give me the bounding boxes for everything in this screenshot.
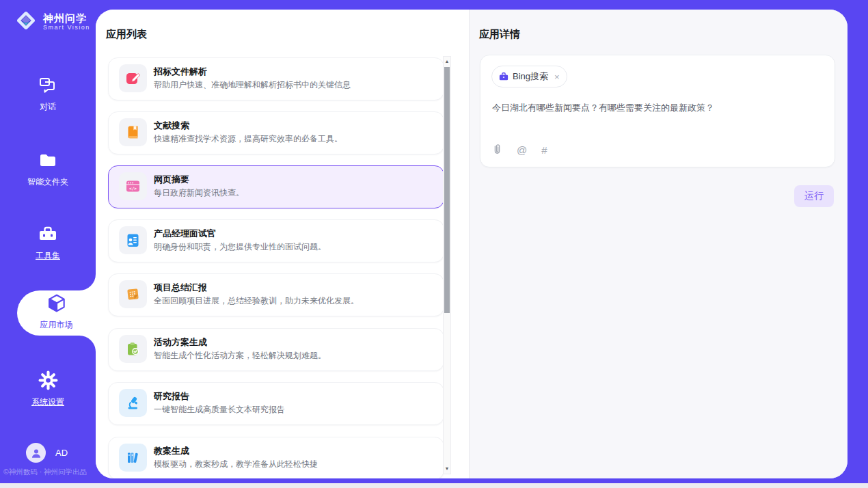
cube-icon <box>46 293 68 317</box>
list-scrollbar[interactable]: ▲ ▼ <box>443 56 451 474</box>
sidebar-item-label: 对话 <box>40 101 56 113</box>
run-button[interactable]: 运行 <box>794 185 834 207</box>
user-account[interactable]: AD <box>26 443 68 463</box>
book-icon <box>119 118 147 146</box>
app-title: 活动方案生成 <box>154 336 207 349</box>
tool-tag-label: Bing搜索 <box>513 70 548 83</box>
books-icon <box>119 444 147 472</box>
app-desc: 智能生成个性化活动方案，轻松解决规划难题。 <box>154 350 326 362</box>
sidebar-item-label: 系统设置 <box>31 396 64 408</box>
paperclip-icon[interactable] <box>492 144 502 157</box>
briefcase-icon <box>499 72 508 81</box>
app-title: 研究报告 <box>154 390 189 403</box>
app-desc: 快速精准查找学术资源，提高研究效率的必备工具。 <box>154 133 342 145</box>
app-card-pm-interviewer[interactable]: 产品经理面试官 明确身份和职责，为您提供专业性的面试问题。 <box>108 219 444 262</box>
folder-icon <box>38 150 58 174</box>
mention-icon[interactable]: @ <box>517 145 527 156</box>
app-list-panel: 应用列表 招标文件解析 帮助用户快速、准确地理解和解析招标书中的关键信息 <box>96 10 469 478</box>
sidebar-item-label: 智能文件夹 <box>27 176 68 188</box>
sidebar-item-app-market[interactable]: 应用市场 <box>17 293 96 331</box>
clipboard-check-icon <box>119 335 147 363</box>
sidebar-item-chat[interactable]: 对话 <box>0 75 96 113</box>
scroll-down-arrow-icon[interactable]: ▼ <box>444 464 450 474</box>
app-title: 文献搜索 <box>154 120 189 132</box>
hash-icon[interactable]: # <box>541 145 547 156</box>
app-card-lesson-plan[interactable]: 教案生成 模板驱动，教案秒成，教学准备从此轻松快捷 <box>108 437 444 478</box>
sidebar-item-smart-folder[interactable]: 智能文件夹 <box>0 150 96 188</box>
pen-square-icon <box>119 64 147 92</box>
sidebar-item-label: 工具集 <box>36 250 60 262</box>
chat-icon <box>38 75 58 98</box>
sidebar-item-toolbox[interactable]: 工具集 <box>0 224 96 262</box>
brand-text: 神州问学 Smart Vision <box>43 12 90 31</box>
sidebar: 神州问学 Smart Vision 对话 智能文件夹 <box>0 0 96 483</box>
prompt-input[interactable]: 今日湖北有哪些新闻要点？有哪些需要关注的最新政策？ <box>492 102 824 114</box>
app-desc: 一键智能生成高质量长文本研究报告 <box>154 404 285 416</box>
app-card-event-plan[interactable]: 活动方案生成 智能生成个性化活动方案，轻松解决规划难题。 <box>108 328 444 371</box>
person-icon <box>30 447 42 459</box>
nav-pill-notch-bottom <box>79 336 96 352</box>
app-title: 项目总结汇报 <box>154 282 207 294</box>
scroll-up-arrow-icon[interactable]: ▲ <box>444 57 450 66</box>
prompt-toolbar: @ # <box>492 144 547 157</box>
tag-close-icon[interactable]: × <box>554 72 560 82</box>
app-title: 网页摘要 <box>154 174 189 186</box>
app-card-bid-doc-parse[interactable]: 招标文件解析 帮助用户快速、准确地理解和解析招标书中的关键信息 <box>108 57 444 100</box>
app-list-title: 应用列表 <box>106 28 147 41</box>
app-title: 招标文件解析 <box>154 66 207 78</box>
brand-logo: 神州问学 Smart Vision <box>14 8 90 36</box>
app-card-project-summary[interactable]: 项目总结汇报 全面回顾项目进展，总结经验教训，助力未来优化发展。 <box>108 273 444 316</box>
svg-text:</>: </> <box>129 186 137 191</box>
app-desc: 全面回顾项目进展，总结经验教训，助力未来优化发展。 <box>154 295 359 307</box>
app-card-literature-search[interactable]: 文献搜索 快速精准查找学术资源，提高研究效率的必备工具。 <box>108 111 444 154</box>
sidebar-item-label: 应用市场 <box>40 319 73 331</box>
app-window: 神州问学 Smart Vision 对话 智能文件夹 <box>0 0 868 488</box>
prompt-card: Bing搜索 × 今日湖北有哪些新闻要点？有哪些需要关注的最新政策？ @ # <box>480 55 835 167</box>
sidebar-footer-credit: ©神州数码 · 神州问学出品 <box>3 467 99 477</box>
app-desc: 明确身份和职责，为您提供专业性的面试问题。 <box>154 241 326 253</box>
app-detail-panel: 应用详情 Bing搜索 × 今日湖北有哪些新闻要点？有哪些需要关注的最新政策？ <box>470 10 847 478</box>
sidebar-item-settings[interactable]: 系统设置 <box>0 370 96 408</box>
tool-tag-bing-search[interactable]: Bing搜索 × <box>491 66 567 87</box>
app-desc: 模板驱动，教案秒成，教学准备从此轻松快捷 <box>154 459 318 470</box>
resume-person-icon <box>119 226 147 254</box>
scrollbar-thumb[interactable] <box>444 67 450 313</box>
brand-subtitle: Smart Vision <box>43 24 90 31</box>
app-card-research-report[interactable]: 研究报告 一键智能生成高质量长文本研究报告 <box>108 382 444 425</box>
toolbox-icon <box>38 224 58 247</box>
memo-icon <box>119 280 147 308</box>
app-desc: 帮助用户快速、准确地理解和解析招标书中的关键信息 <box>154 79 351 91</box>
diamond-logo-icon <box>14 8 38 36</box>
nav-pill-notch-top <box>79 274 96 290</box>
browser-code-icon: </> <box>119 172 147 200</box>
app-title: 教案生成 <box>154 445 189 457</box>
content-surface: 应用列表 招标文件解析 帮助用户快速、准确地理解和解析招标书中的关键信息 <box>96 10 847 478</box>
app-detail-title: 应用详情 <box>479 28 520 41</box>
app-card-web-summary[interactable]: </> 网页摘要 每日政府新闻资讯快查。 <box>108 165 444 208</box>
app-title: 产品经理面试官 <box>154 228 216 240</box>
app-desc: 每日政府新闻资讯快查。 <box>154 187 244 199</box>
gear-icon <box>38 370 59 394</box>
microscope-icon <box>119 389 147 417</box>
avatar <box>26 443 46 463</box>
brand-name: 神州问学 <box>43 12 90 24</box>
user-name: AD <box>55 448 68 458</box>
